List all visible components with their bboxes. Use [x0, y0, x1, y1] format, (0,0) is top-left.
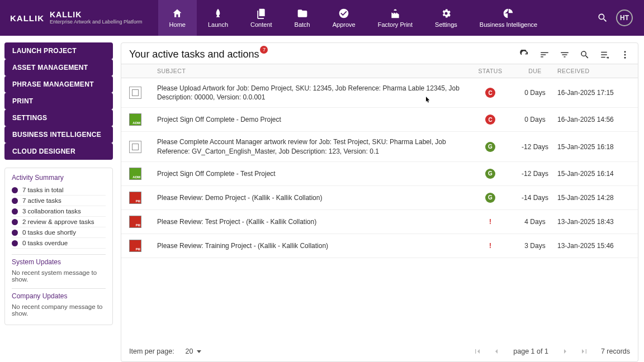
top-nav: HomeLaunchContentBatchApproveFactory Pri… [158, 0, 549, 36]
status-badge: C [485, 88, 495, 98]
main: Your active tasks and actions 7 SUBJECT … [117, 36, 644, 362]
activity-row: 0 tasks overdue [12, 238, 106, 249]
activity-text: 0 tasks due shortly [22, 229, 76, 236]
nav-label: Approve [333, 21, 356, 28]
task-received: 16-Jan-2025 14:56 [557, 116, 630, 123]
nav-label: Business Intelligence [480, 21, 537, 28]
nav-item-settings[interactable]: Settings [424, 0, 468, 36]
search-icon[interactable] [580, 50, 590, 60]
activity-text: 2 review & approve tasks [22, 218, 94, 225]
col-status[interactable]: STATUS [468, 68, 513, 74]
table-row[interactable]: PBPlease Review: Test Project - (Kallik … [121, 210, 638, 234]
card-footer: Item per page: 20 page 1 of 1 7 reco [121, 342, 638, 361]
nav-item-batch[interactable]: Batch [283, 0, 321, 36]
activity-row: 7 tasks in total [12, 185, 106, 196]
nav-item-launch[interactable]: Launch [197, 0, 239, 36]
task-received: 15-Jan-2025 16:18 [557, 143, 630, 151]
sidebar: LAUNCH PROJECTASSET MANAGEMENTPHRASE MAN… [0, 36, 117, 362]
filter-icon[interactable] [560, 50, 570, 60]
sidebar-btn-print[interactable]: PRINT [4, 93, 113, 109]
table-row[interactable]: Please Upload Artwork for Job: Demo Proj… [121, 78, 638, 108]
sidebar-btn-business-intelligence[interactable]: BUSINESS INTELLIGENCE [4, 126, 113, 143]
task-subject: Project Sign Off Complete - Test Project [157, 169, 468, 178]
card-title: Your active tasks and actions 7 [129, 49, 259, 60]
table-row[interactable]: Please Complete Account Manager artwork … [121, 132, 638, 161]
nav-item-approve[interactable]: Approve [321, 0, 367, 36]
tasks-card: Your active tasks and actions 7 SUBJECT … [121, 42, 638, 362]
col-received[interactable]: RECEIVED [557, 68, 630, 74]
task-subject: Please Upload Artwork for Job: Demo Proj… [157, 84, 468, 102]
task-subject: Please Review: Test Project - (Kallik - … [157, 217, 468, 226]
activity-text: 7 tasks in total [22, 187, 64, 193]
task-type-icon: PB [129, 216, 141, 228]
svg-point-2 [624, 56, 626, 58]
content-icon [255, 8, 267, 19]
nav-item-factory-print[interactable]: Factory Print [367, 0, 424, 36]
topbar-right: HT [597, 0, 644, 36]
bullet-icon [12, 198, 18, 204]
nav-label: Launch [208, 21, 228, 28]
page-label: page 1 of 1 [513, 347, 548, 355]
ipp-label: Item per page: [129, 347, 174, 355]
company-updates-msg: No recent company message to show. [12, 303, 106, 317]
nav-item-home[interactable]: Home [158, 0, 197, 36]
nav-item-business-intelligence[interactable]: Business Intelligence [468, 0, 548, 36]
ipp-select[interactable]: 20 [186, 347, 201, 355]
activity-text: 7 active tasks [22, 197, 61, 204]
system-updates-msg: No recent system message to show. [12, 269, 106, 283]
table-row[interactable]: ADMProject Sign Off Complete - Demo Proj… [121, 108, 638, 132]
launch-icon [212, 8, 224, 19]
task-type-icon: PB [129, 192, 141, 204]
table-row[interactable]: PBPlease Review: Demo Project - (Kallik … [121, 186, 638, 210]
task-type-icon [129, 87, 141, 99]
search-icon[interactable] [597, 12, 608, 23]
nav-item-content[interactable]: Content [239, 0, 283, 36]
prev-page-icon[interactable] [492, 347, 501, 356]
sidebar-btn-cloud-designer[interactable]: CLOUD DESIGNER [4, 143, 113, 160]
task-due: -14 Days [513, 194, 557, 202]
sidebar-btn-asset-management[interactable]: ASSET MANAGEMENT [4, 59, 113, 76]
task-subject: Please Review: Demo Project - (Kallik - … [157, 193, 468, 202]
nav-label: Settings [435, 21, 457, 28]
sidebar-btn-settings[interactable]: SETTINGS [4, 109, 113, 126]
status-badge: G [485, 193, 495, 203]
table-header: SUBJECT STATUS DUE RECEIVED [121, 64, 638, 78]
sort-icon[interactable] [539, 50, 550, 60]
activity-row: 2 review & approve tasks [12, 217, 106, 227]
task-due: -12 Days [513, 143, 557, 151]
factory-print-icon [390, 8, 401, 19]
task-received: 15-Jan-2025 16:14 [557, 170, 630, 178]
table-row[interactable]: ADMProject Sign Off Complete - Test Proj… [121, 162, 638, 186]
card-header: Your active tasks and actions 7 [121, 43, 638, 64]
sidebar-btn-launch-project[interactable]: LAUNCH PROJECT [4, 42, 113, 59]
task-received: 16-Jan-2025 17:15 [557, 89, 630, 97]
batch-icon [297, 8, 308, 19]
list-settings-icon[interactable] [600, 50, 610, 60]
status-badge: G [485, 142, 495, 152]
task-subject: Please Review: Training Project - (Kalli… [157, 241, 468, 250]
task-received: 15-Jan-2025 14:28 [557, 194, 630, 202]
nav-label: Content [250, 21, 272, 28]
pager: page 1 of 1 7 records [473, 347, 630, 356]
brand: KALLIK KALLIK Enterprise Artwork and Lab… [0, 0, 153, 36]
task-due: 0 Days [513, 116, 557, 123]
status-badge: C [485, 115, 495, 125]
refresh-icon[interactable] [519, 50, 529, 60]
sidebar-btn-phrase-management[interactable]: PHRASE MANAGEMENT [4, 76, 113, 93]
last-page-icon[interactable] [580, 347, 589, 356]
topbar: KALLIK KALLIK Enterprise Artwork and Lab… [0, 0, 644, 36]
bullet-icon [12, 208, 18, 215]
first-page-icon[interactable] [473, 347, 482, 356]
col-subject[interactable]: SUBJECT [157, 68, 468, 74]
next-page-icon[interactable] [561, 347, 570, 356]
col-due[interactable]: DUE [513, 68, 557, 74]
more-icon[interactable] [620, 50, 630, 60]
task-type-icon [129, 141, 141, 153]
company-updates-title: Company Updates [12, 288, 106, 300]
bullet-icon [12, 230, 18, 236]
table-row[interactable]: PBPlease Review: Training Project - (Kal… [121, 234, 638, 258]
brand-name: KALLIK [50, 11, 143, 19]
bullet-icon [12, 219, 18, 225]
avatar[interactable]: HT [616, 9, 633, 26]
brand-tagline: Enterprise Artwork and Labelling Platfor… [50, 20, 143, 25]
